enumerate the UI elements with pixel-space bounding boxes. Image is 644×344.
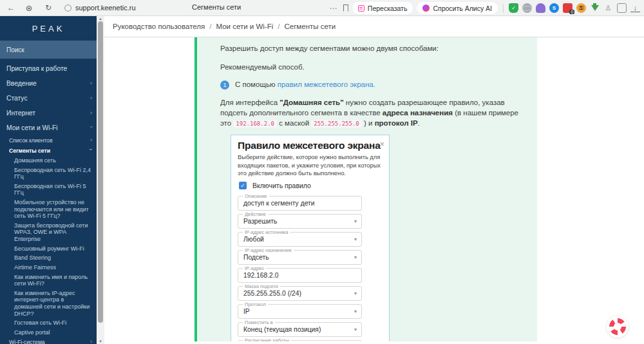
browser-menu-icon[interactable]: ⊛: [23, 2, 35, 14]
lifebuoy-icon: [609, 318, 626, 335]
field-source-ip[interactable]: IP-адрес источника Любой: [238, 232, 362, 247]
search-input[interactable]: Поиск: [0, 41, 97, 59]
download-helper-extension-icon[interactable]: [590, 3, 600, 13]
sidebar-item-change-name-password[interactable]: Как изменить имя и пароль сети Wi-Fi?: [0, 272, 97, 289]
recommended-text: Рекомендуемый способ.: [220, 62, 524, 72]
sidebar-item-my-networks[interactable]: Мои сети и Wi-Fi: [0, 120, 97, 135]
sidebar-item-captive-portal[interactable]: Captive portal: [0, 328, 97, 338]
logo-band: PEAK: [0, 16, 97, 41]
close-icon[interactable]: ×: [379, 140, 384, 148]
globe-extension-icon[interactable]: [522, 3, 532, 13]
summarize-button[interactable]: Пересказать: [352, 2, 413, 14]
checkbox-checked-icon: [239, 182, 247, 189]
person-extension-icon[interactable]: ♙: [603, 3, 613, 13]
sidebar-nav: Приступая к работе Введение Статус Интер…: [0, 59, 97, 344]
chevron-right-icon: [90, 137, 92, 143]
sidebar-scrollbar[interactable]: ▲ ▼: [97, 16, 104, 344]
detail-paragraph: Для интерфейса "Домашняя сеть" нужно соз…: [220, 97, 524, 128]
sidebar-item-wpa3[interactable]: Защита беспроводной сети WPA3, OWE и WPA…: [0, 221, 97, 244]
sidebar-item-guest-wifi[interactable]: Гостевая сеть Wi-Fi: [0, 318, 97, 328]
sidebar-item-introduction[interactable]: Введение: [0, 76, 97, 91]
sidebar-item-wifi-24[interactable]: Беспроводная сеть Wi-Fi 2,4 ГГц: [0, 166, 97, 182]
chevron-down-icon: [354, 291, 357, 296]
chevron-down-icon: [354, 218, 357, 224]
enable-rule-checkbox[interactable]: Включить правило: [239, 182, 383, 189]
field-destination-ip[interactable]: IP-адрес назначения Подсеть: [238, 250, 362, 265]
main-content: Руководство пользователя / Мои сети и Wi…: [104, 16, 644, 344]
dialog-title: Правило межсетевого экрана: [238, 140, 383, 151]
step-text: С помощью правил межсетевого экрана.: [235, 81, 375, 88]
sidebar-item-getting-started[interactable]: Приступая к работе: [0, 61, 97, 76]
key-extension-icon[interactable]: ⚿: [576, 3, 586, 13]
field-protocol[interactable]: Протокол IP: [238, 304, 362, 319]
breadcrumb-network-segments[interactable]: Сегменты сети: [284, 23, 336, 30]
help-widget-button[interactable]: [607, 316, 629, 338]
sidebar-item-airtime-fairness[interactable]: Airtime Fairness: [0, 263, 97, 272]
address-bar[interactable]: support.keenetic.ru: [75, 4, 136, 12]
breadcrumb: Руководство пользователя / Мои сети и Wi…: [104, 16, 644, 37]
bookmark-icon[interactable]: [343, 5, 348, 12]
downloads-icon[interactable]: ↓: [630, 4, 640, 12]
breadcrumb-user-guide[interactable]: Руководство пользователя: [113, 23, 205, 30]
purple-extension-icon[interactable]: [536, 3, 545, 13]
more-menu-icon[interactable]: ⋯: [328, 3, 339, 14]
sidebar: PEAK Поиск Приступая к работе Введение С…: [0, 16, 97, 344]
chevron-down-icon: [354, 327, 357, 332]
browser-toolbar: ← ⊛ ↻ support.keenetic.ru Сегменты сети …: [0, 0, 644, 16]
sidebar-item-roaming[interactable]: Бесшовный роуминг Wi-Fi: [0, 244, 97, 254]
alice-icon: [422, 5, 430, 12]
firewall-rules-link[interactable]: правил межсетевого экрана.: [278, 81, 375, 88]
sidebar-item-status[interactable]: Статус: [0, 91, 97, 106]
field-ip-address[interactable]: IP-адрес 192.168.2.0: [238, 268, 362, 283]
step-number-badge: 1: [220, 81, 229, 90]
tab-title: Сегменты сети: [192, 3, 241, 11]
swirl-extension-icon[interactable]: S: [549, 3, 559, 13]
sidebar-item-wifi-5[interactable]: Беспроводная сеть Wi-Fi 5 ГГц: [0, 182, 97, 198]
ip-code: 192.168.2.0: [233, 120, 277, 128]
reload-icon[interactable]: ↻: [43, 2, 54, 14]
sidebar-item-wifi-system[interactable]: Wi-Fi-система: [0, 337, 97, 344]
step-1: 1 С помощью правил межсетевого экрана.: [220, 81, 524, 90]
peak-logo: PEAK: [32, 24, 65, 33]
site-badge-icon[interactable]: [64, 5, 71, 12]
field-subnet-mask[interactable]: Маска подсети 255.255.255.0 (/24): [238, 286, 362, 301]
toolbar-right: ⋯ Пересказать Спросить Алису AI ✓ S 0 ⚿ …: [328, 0, 640, 16]
breadcrumb-my-networks[interactable]: Мои сети и Wi-Fi: [216, 23, 273, 30]
chevron-down-icon: [88, 126, 95, 128]
sidebar-item-mobile-device[interactable]: Мобильное устройство не подключается или…: [0, 198, 97, 221]
sidebar-item-internet[interactable]: Интернет: [0, 106, 97, 120]
sidebar-item-change-ip-dhcp[interactable]: Как изменить IP-адрес интернет-центра в …: [0, 289, 97, 318]
intro-text: Разрешить доступ между сегментами можно …: [220, 43, 524, 53]
scrollbar-thumb[interactable]: [98, 21, 103, 323]
scroll-down-icon[interactable]: ▼: [97, 339, 104, 343]
field-description[interactable]: Описание доступ к сегменту дети: [238, 196, 362, 211]
adblock-extension-icon[interactable]: 0: [563, 3, 573, 13]
field-schedule[interactable]: Расписание работы Работает постоянно: [238, 340, 362, 341]
chevron-down-icon: [354, 236, 357, 242]
sidebar-item-client-list[interactable]: Список клиентов: [0, 135, 97, 146]
sidebar-item-home-network[interactable]: Домашняя сеть: [0, 156, 97, 166]
field-place-in[interactable]: Поместить в Конец (текущая позиция): [238, 322, 362, 337]
chevron-right-icon: [90, 338, 92, 344]
divider: [503, 4, 504, 13]
chevron-right-icon: [90, 80, 92, 86]
sidebar-item-band-steering[interactable]: Band Steering: [0, 253, 97, 263]
back-icon[interactable]: ←: [5, 2, 17, 14]
firewall-rule-dialog: Правило межсетевого экрана × Выберите де…: [231, 135, 390, 341]
dialog-description: Выберите действие, которое нужно выполни…: [238, 153, 383, 177]
shield-extension-icon[interactable]: ✓: [509, 3, 518, 13]
ask-alice-button[interactable]: Спросить Алису AI: [417, 2, 498, 14]
chevron-down-icon: [354, 309, 357, 314]
field-action[interactable]: Действие Разрешить: [238, 214, 362, 229]
note-callout: Разрешить доступ между сегментами можно …: [194, 37, 537, 341]
sidebar-item-network-segments[interactable]: Сегменты сети: [0, 146, 97, 156]
scroll-up-icon[interactable]: ▲: [97, 17, 104, 21]
chevron-down-icon: [354, 254, 357, 260]
page: PEAK Поиск Приступая к работе Введение С…: [0, 16, 644, 344]
chevron-down-icon: [88, 149, 95, 151]
ticket-extension-icon[interactable]: [617, 3, 627, 13]
chevron-right-icon: [90, 95, 92, 101]
chevron-right-icon: [90, 110, 92, 116]
mask-code: 255.255.255.0: [311, 120, 361, 128]
summarize-icon: [358, 5, 365, 12]
